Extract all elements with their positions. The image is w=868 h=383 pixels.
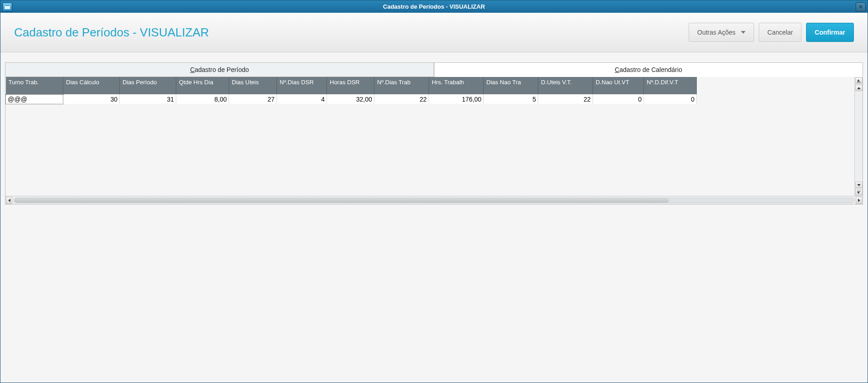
page-title: Cadastro de Períodos - VISUALIZAR: [14, 26, 209, 40]
data-grid: Turno Trab. Dias Cálculo Dias Período Qt…: [5, 77, 697, 104]
cell-dias-uteis[interactable]: 27: [229, 94, 277, 104]
col-dias-periodo[interactable]: Dias Período: [120, 77, 176, 94]
cell-n-dias-trab[interactable]: 22: [374, 94, 429, 104]
cell-dias-calculo[interactable]: 30: [63, 94, 120, 104]
col-dias-calculo[interactable]: Dias Cálculo: [63, 77, 120, 94]
cell-n-d-dif-vt[interactable]: 0: [644, 94, 697, 104]
confirm-button[interactable]: Confirmar: [806, 23, 854, 42]
tab-label: Cadastro de Período: [190, 66, 249, 73]
cell-turno-trab[interactable]: @@@: [6, 94, 63, 104]
tabs: Cadastro de Período Cadastro de Calendár…: [0, 62, 868, 77]
scroll-top-icon[interactable]: [855, 77, 863, 84]
horizontal-scrollbar[interactable]: [5, 196, 863, 204]
vertical-scrollbar[interactable]: [854, 77, 863, 196]
col-d-uteis-vt[interactable]: D.Uteis V.T.: [538, 77, 593, 94]
system-menu-icon[interactable]: [2, 2, 12, 11]
confirm-label: Confirmar: [815, 29, 845, 36]
table-row[interactable]: @@@ 30 31 8,00 27 4 32,00 22 176,00 5 22…: [6, 94, 697, 104]
tab-cadastro-calendario[interactable]: Cadastro de Calendário: [434, 62, 863, 77]
cell-d-uteis-vt[interactable]: 22: [538, 94, 593, 104]
cell-dias-periodo[interactable]: 31: [120, 94, 176, 104]
cell-dias-nao-tra[interactable]: 5: [484, 94, 538, 104]
col-hrs-trabalh[interactable]: Hrs. Trabalh: [429, 77, 484, 94]
tab-label: Cadastro de Calendário: [615, 66, 682, 73]
cell-n-dias-dsr[interactable]: 4: [277, 94, 327, 104]
other-actions-button[interactable]: Outras Ações: [689, 23, 754, 42]
cell-horas-dsr[interactable]: 32,00: [327, 94, 374, 104]
scroll-bottom-icon[interactable]: [855, 189, 863, 195]
cell-hrs-trabalh[interactable]: 176,00: [429, 94, 484, 104]
svg-rect-1: [5, 5, 10, 6]
page-header: Cadastro de Períodos - VISUALIZAR Outras…: [0, 13, 868, 52]
col-turno-trab[interactable]: Turno Trab.: [6, 77, 63, 94]
col-n-dias-dsr[interactable]: Nº.Dias DSR: [277, 77, 327, 94]
scroll-right-icon[interactable]: [856, 197, 862, 204]
col-n-d-dif-vt[interactable]: Nº.D.Dif.V.T: [644, 77, 697, 94]
window-titlebar: Cadastro de Períodos - VISUALIZAR ✕: [0, 0, 868, 13]
cancel-label: Cancelar: [767, 29, 793, 36]
grid-container: Turno Trab. Dias Cálculo Dias Período Qt…: [5, 77, 863, 204]
scroll-left-icon[interactable]: [6, 197, 12, 204]
cell-d-nao-ut-vt[interactable]: 0: [593, 94, 644, 104]
cell-qtde-hrs-dia[interactable]: 8,00: [176, 94, 229, 104]
col-horas-dsr[interactable]: Horas DSR: [327, 77, 374, 94]
col-n-dias-trab[interactable]: Nº.Dias Trab: [374, 77, 429, 94]
grid-header-row: Turno Trab. Dias Cálculo Dias Período Qt…: [6, 77, 697, 94]
scrollbar-track[interactable]: [14, 198, 854, 203]
col-dias-nao-tra[interactable]: Dias Nao Tra: [484, 77, 538, 94]
tab-cadastro-periodo[interactable]: Cadastro de Período: [5, 62, 434, 77]
cancel-button[interactable]: Cancelar: [759, 23, 802, 42]
other-actions-label: Outras Ações: [697, 29, 735, 36]
col-d-nao-ut-vt[interactable]: D.Nao Ut.VT: [593, 77, 644, 94]
header-actions: Outras Ações Cancelar Confirmar: [689, 23, 854, 42]
col-dias-uteis[interactable]: Dias Uteis: [229, 77, 277, 94]
close-icon[interactable]: ✕: [856, 2, 866, 11]
scrollbar-thumb[interactable]: [14, 198, 669, 203]
scroll-up-icon[interactable]: [855, 85, 863, 91]
window-title: Cadastro de Períodos - VISUALIZAR: [383, 3, 485, 10]
scroll-down-icon[interactable]: [855, 182, 863, 188]
col-qtde-hrs-dia[interactable]: Qtde Hrs Dia: [176, 77, 229, 94]
chevron-down-icon: [741, 31, 745, 34]
